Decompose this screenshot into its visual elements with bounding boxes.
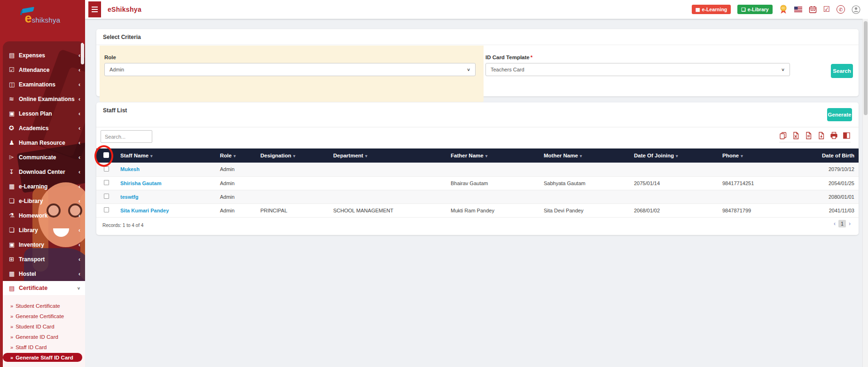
column-header-date-of-birth[interactable]: Date of Birth: [799, 148, 859, 163]
pdf-export-icon[interactable]: [817, 132, 825, 140]
sidebar-item-label: e-Learning: [19, 183, 47, 190]
chevron-left-icon: ‹: [78, 198, 80, 204]
us-flag-icon[interactable]: [794, 7, 802, 12]
column-header-mother-name[interactable]: Mother Name▾: [540, 148, 630, 163]
submenu-item-label: Generate Staff ID Card: [16, 355, 73, 360]
table-row: Shirisha Gautam Admin Bhairav Gautam Sab…: [96, 176, 859, 190]
excel-export-icon[interactable]: [792, 132, 800, 140]
user-profile-icon[interactable]: [852, 5, 860, 14]
row-checkbox[interactable]: [104, 166, 109, 172]
download-center-icon: ↧: [9, 168, 19, 175]
staff-name-link[interactable]: Shirisha Gautam: [120, 180, 161, 186]
sidebar-item-label: Library: [19, 227, 38, 234]
cell-date-of-birth: 2079/10/12: [799, 163, 859, 176]
sidebar-item-inventory[interactable]: ▣Inventory‹: [3, 237, 85, 252]
whatsapp-icon[interactable]: ✆: [837, 5, 845, 14]
cell-role: Admin: [216, 176, 256, 190]
staff-name-link[interactable]: Mukesh: [120, 166, 140, 172]
column-header-date-of-joining[interactable]: Date Of Joining▾: [630, 148, 718, 163]
sidebar-item-transport[interactable]: ⊞Transport‹: [3, 252, 85, 266]
hamburger-menu-button[interactable]: [88, 1, 101, 17]
book-icon: ❏: [741, 7, 745, 12]
column-header-role[interactable]: Role▾: [216, 148, 256, 163]
submenu-item-generate-staff-id-card[interactable]: »Generate Staff ID Card: [3, 353, 82, 362]
scrollbar-thumb[interactable]: [864, 21, 868, 115]
cell-father-name: Bhairav Gautam: [446, 176, 540, 190]
submenu-item-generate-certificate[interactable]: »Generate Certificate: [3, 311, 85, 321]
pagination-prev-icon[interactable]: ‹: [834, 220, 836, 227]
sidebar-item-e-learning[interactable]: ▦e-Learning‹: [3, 179, 85, 194]
sidebar-item-human-resource[interactable]: ♟Human Resource‹: [3, 135, 85, 150]
topbar-actions: ▦ e-Learning ❏ e-Library ☑ ✆: [692, 5, 860, 15]
sidebar-menu: ▤Expenses‹ ☑Attendance‹ ◫Examinations‹ ≋…: [3, 41, 85, 281]
task-check-icon[interactable]: ☑: [823, 6, 830, 13]
sidebar-item-attendance[interactable]: ☑Attendance‹: [3, 62, 85, 77]
pagination-page-1[interactable]: 1: [838, 220, 846, 227]
records-count: Records: 1 to 4 of 4: [102, 223, 143, 228]
cell-department: [329, 176, 446, 190]
export-toolbar: [779, 132, 851, 142]
row-checkbox[interactable]: [104, 194, 109, 199]
cell-date-of-joining: [630, 163, 718, 176]
cell-date-of-birth: 2080/01/01: [799, 190, 859, 203]
select-all-checkbox[interactable]: [103, 152, 109, 158]
sidebar-item-label: Certificate: [19, 285, 47, 291]
sidebar-item-homework[interactable]: ⚗Homework‹: [3, 208, 85, 223]
cell-role: Admin: [216, 190, 256, 203]
submenu-item-student-certificate[interactable]: »Student Certificate: [3, 301, 85, 311]
role-select[interactable]: Admin ∨: [104, 63, 476, 76]
print-icon[interactable]: [830, 132, 838, 140]
cell-date-of-birth: 2041/11/03: [799, 203, 859, 217]
sidebar-item-e-library[interactable]: ❏e-Library‹: [3, 194, 85, 208]
sidebar-item-download-center[interactable]: ↧Download Center‹: [3, 164, 85, 179]
table-search-input[interactable]: [101, 130, 152, 143]
human-resource-icon: ♟: [9, 139, 19, 146]
sidebar-scrollbar-thumb[interactable]: [81, 43, 84, 64]
column-header-father-name[interactable]: Father Name▾: [446, 148, 540, 163]
sidebar-item-label: Inventory: [19, 242, 44, 248]
sidebar-item-communicate[interactable]: ⌲Communicate‹: [3, 150, 85, 164]
column-header-department[interactable]: Department▾: [329, 148, 446, 163]
search-button[interactable]: Search: [831, 64, 853, 78]
sidebar-item-label: Homework: [19, 212, 47, 219]
e-library-button[interactable]: ❏ e-Library: [737, 5, 772, 14]
pagination-next-icon[interactable]: ›: [849, 220, 851, 227]
copy-icon[interactable]: [779, 132, 787, 140]
id-card-template-select[interactable]: Teachers Card ∨: [485, 63, 790, 76]
sidebar-item-library[interactable]: ❏Library‹: [3, 223, 85, 237]
sidebar-item-expenses[interactable]: ▤Expenses‹: [3, 48, 85, 62]
row-checkbox[interactable]: [104, 207, 109, 212]
sidebar-item-hostel[interactable]: ▦Hostel‹: [3, 266, 85, 281]
sidebar-item-label: Communicate: [19, 154, 56, 161]
column-header-designation[interactable]: Designation▾: [256, 148, 329, 163]
e-learning-button[interactable]: ▦ e-Learning: [692, 5, 731, 14]
column-header-phone[interactable]: Phone▾: [718, 148, 799, 163]
lesson-plan-icon: ▣: [9, 110, 19, 117]
page-scrollbar[interactable]: [862, 19, 868, 367]
sidebar-item-lesson-plan[interactable]: ▣Lesson Plan‹: [3, 106, 85, 121]
file-export-icon[interactable]: [805, 132, 813, 140]
sidebar-item-label: Hostel: [19, 271, 36, 277]
app-logo: eshikshya: [0, 11, 85, 26]
generate-button[interactable]: Generate: [827, 108, 852, 121]
column-header-staff-name[interactable]: Staff Name▾: [116, 148, 216, 163]
submenu-item-generate-id-card[interactable]: »Generate ID Card: [3, 332, 85, 342]
columns-icon[interactable]: [843, 132, 851, 140]
hostel-icon: ▦: [9, 270, 19, 277]
sidebar-item-academics[interactable]: ✪Academics‹: [3, 121, 85, 135]
submenu-item-staff-id-card[interactable]: »Staff ID Card: [3, 342, 85, 352]
staff-name-link[interactable]: teswtfg: [120, 194, 139, 200]
calendar-icon[interactable]: [809, 6, 817, 14]
row-checkbox[interactable]: [104, 180, 109, 185]
staff-name-link[interactable]: Sita Kumari Pandey: [120, 208, 169, 213]
sidebar-item-online-examinations[interactable]: ≋Online Examinations‹: [3, 92, 85, 106]
expenses-icon: ▤: [9, 52, 19, 59]
sidebar-item-examinations[interactable]: ◫Examinations‹: [3, 77, 85, 92]
sidebar-item-certificate[interactable]: ▤ Certificate ∨: [3, 281, 85, 295]
chevron-down-icon: ∨: [781, 67, 785, 72]
cell-father-name: Mukti Ram Pandey: [446, 203, 540, 217]
cell-department: [329, 190, 446, 203]
submenu-item-student-id-card[interactable]: »Student ID Card: [3, 321, 85, 332]
sort-icon: ▾: [234, 154, 236, 158]
medal-icon[interactable]: [779, 5, 788, 15]
